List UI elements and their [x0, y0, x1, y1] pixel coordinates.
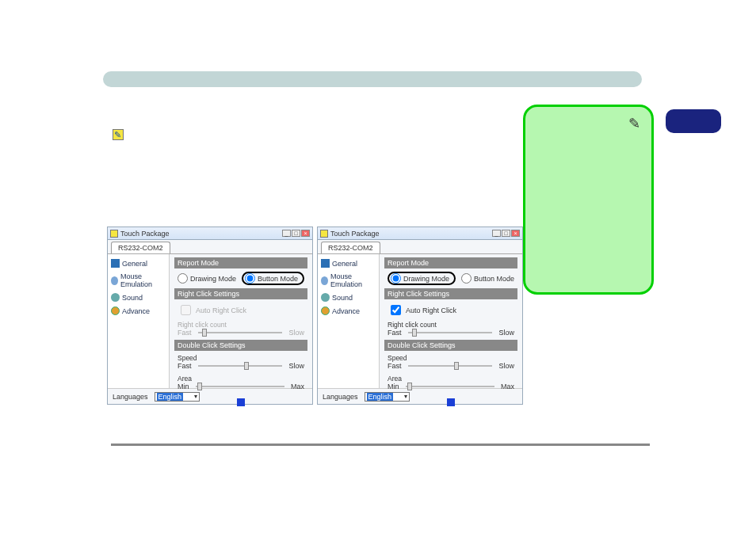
close-button[interactable]: ×	[511, 230, 520, 237]
sidebar-item-sound[interactable]: Sound	[321, 293, 376, 302]
sidebar-item-general[interactable]: General	[111, 259, 166, 268]
gear-icon	[111, 306, 120, 315]
label-fast: Fast	[178, 362, 192, 370]
app-icon	[320, 230, 328, 238]
section-double-click: Double Click Settings	[384, 340, 517, 351]
section-right-click: Right Click Settings	[384, 288, 517, 299]
speed-slider[interactable]	[408, 365, 493, 367]
area-slider[interactable]	[406, 386, 494, 387]
sidebar-item-general[interactable]: General	[321, 259, 376, 268]
label-slow: Slow	[288, 329, 304, 337]
sidebar: General Mouse Emulation Sound Advance	[318, 254, 380, 388]
label-min: Min	[178, 383, 189, 390]
label-max: Max	[501, 383, 514, 390]
test-area-box[interactable]	[447, 398, 455, 406]
right-click-count-label: Right click count	[174, 321, 307, 329]
sidebar: General Mouse Emulation Sound Advance	[108, 254, 170, 388]
sidebar-item-advance[interactable]: Advance	[111, 306, 166, 315]
chevron-down-icon: ▾	[194, 393, 197, 400]
tab-rs232[interactable]: RS232-COM2	[111, 242, 170, 253]
right-click-count-label: Right click count	[384, 321, 517, 329]
radio-button-mode[interactable]: Button Mode	[461, 273, 514, 284]
general-icon	[111, 259, 120, 268]
pen-icon: ✎	[628, 115, 640, 132]
section-report-mode: Report Mode	[174, 257, 307, 268]
tab-bar: RS232-COM2	[318, 240, 522, 254]
section-right-click: Right Click Settings	[174, 288, 307, 299]
label-fast: Fast	[178, 329, 192, 337]
label-slow: Slow	[498, 329, 514, 337]
label-slow: Slow	[498, 362, 514, 370]
label-min: Min	[388, 383, 399, 390]
area-label: Area	[174, 375, 307, 383]
languages-dropdown[interactable]: English▾	[155, 392, 200, 402]
speed-label: Speed	[384, 354, 517, 362]
mouse-icon	[111, 276, 118, 285]
speed-slider[interactable]	[198, 365, 283, 367]
label-fast: Fast	[388, 329, 402, 337]
auto-right-click-checkbox: Auto Right Click	[174, 303, 307, 319]
maximize-button[interactable]: □	[292, 230, 300, 237]
sidebar-item-mouse[interactable]: Mouse Emulation	[111, 272, 166, 288]
header-banner	[103, 71, 642, 87]
sidebar-item-sound[interactable]: Sound	[111, 293, 166, 302]
window-title: Touch Package	[120, 230, 170, 238]
sidebar-item-advance[interactable]: Advance	[321, 306, 376, 315]
tab-rs232[interactable]: RS232-COM2	[321, 242, 380, 253]
minimize-button[interactable]: _	[282, 230, 291, 237]
languages-label: Languages	[323, 393, 358, 401]
area-slider[interactable]	[196, 386, 284, 387]
maximize-button[interactable]: □	[502, 230, 510, 237]
close-button[interactable]: ×	[301, 230, 310, 237]
radio-drawing-mode[interactable]: Drawing Mode	[388, 272, 456, 285]
touch-package-window-right: Touch Package _□× RS232-COM2 General Mou…	[317, 227, 523, 405]
note-panel: ✎	[523, 105, 654, 295]
speed-label: Speed	[174, 354, 307, 362]
languages-label: Languages	[113, 393, 148, 401]
label-fast: Fast	[388, 362, 402, 370]
titlebar[interactable]: Touch Package _□×	[318, 227, 522, 240]
window-buttons[interactable]: _□×	[492, 230, 520, 237]
sound-icon	[321, 293, 330, 302]
chevron-down-icon: ▾	[404, 393, 407, 400]
auto-right-click-checkbox[interactable]: Auto Right Click	[384, 303, 517, 319]
general-icon	[321, 259, 330, 268]
section-double-click: Double Click Settings	[174, 340, 307, 351]
window-title: Touch Package	[330, 230, 380, 238]
sound-icon	[111, 293, 120, 302]
gear-icon	[321, 306, 330, 315]
touch-package-window-left: Touch Package _□× RS232-COM2 General Mou…	[107, 227, 313, 405]
label-slow: Slow	[288, 362, 304, 370]
footer-rule	[111, 444, 650, 446]
tab-bar: RS232-COM2	[108, 240, 312, 254]
titlebar[interactable]: Touch Package _□×	[108, 227, 312, 240]
radio-drawing-mode[interactable]: Drawing Mode	[178, 273, 236, 284]
languages-dropdown[interactable]: English▾	[365, 392, 410, 402]
label-max: Max	[291, 383, 304, 390]
app-icon	[110, 230, 118, 238]
area-label: Area	[384, 375, 517, 383]
radio-button-mode[interactable]: Button Mode	[242, 272, 304, 285]
test-area-box[interactable]	[237, 398, 245, 406]
main-area: Report Mode Drawing Mode Button Mode Rig…	[170, 254, 312, 388]
window-buttons[interactable]: _□×	[282, 230, 310, 237]
section-report-mode: Report Mode	[384, 257, 517, 268]
minimize-button[interactable]: _	[492, 230, 501, 237]
blue-pill	[666, 109, 721, 133]
right-click-slider	[198, 332, 283, 333]
sidebar-item-mouse[interactable]: Mouse Emulation	[321, 272, 376, 288]
right-click-slider[interactable]	[408, 332, 493, 333]
main-area: Report Mode Drawing Mode Button Mode Rig…	[380, 254, 522, 388]
intro-text	[111, 127, 507, 141]
touchpackage-icon	[113, 129, 124, 140]
mouse-icon	[321, 276, 328, 285]
